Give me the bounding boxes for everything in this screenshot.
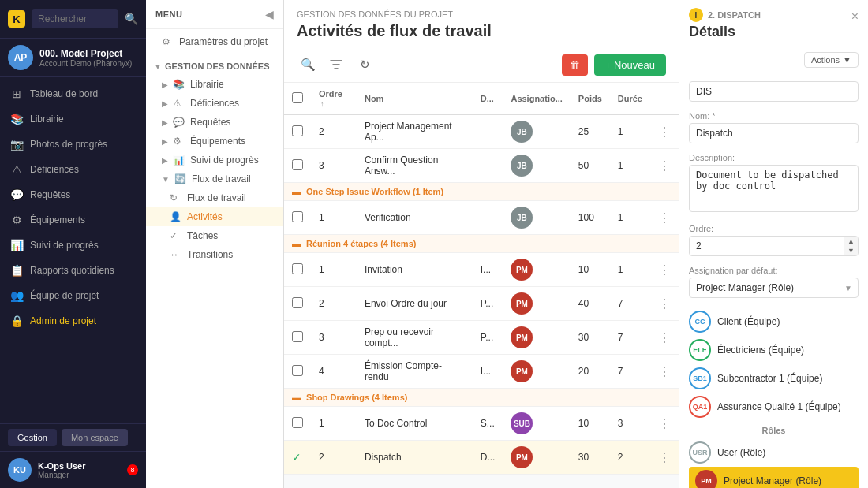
menu-item-requetes[interactable]: ▶ 💬 Requêtes bbox=[146, 113, 283, 132]
notification-badge[interactable]: 8 bbox=[127, 464, 138, 475]
menu-item-deficiences[interactable]: ▶ ⚠ Déficiences bbox=[146, 94, 283, 113]
sidebar-item-librairie[interactable]: 📚 Librairie bbox=[0, 106, 146, 132]
warning-icon: ⚠ bbox=[173, 98, 185, 109]
chevron-right-icon: ▶ bbox=[162, 118, 168, 127]
refresh-button[interactable]: ↻ bbox=[354, 54, 376, 76]
row-checkbox[interactable] bbox=[292, 263, 303, 274]
refresh-icon: ↻ bbox=[170, 192, 182, 203]
row-assignment: JB bbox=[503, 115, 570, 149]
project-name: 000. Model Project bbox=[39, 48, 138, 59]
menu-item-transitions[interactable]: ↔ Transitions bbox=[146, 245, 283, 264]
row-poids: 30 bbox=[571, 321, 610, 355]
sidebar-item-label: Requêtes bbox=[30, 189, 70, 200]
row-ordre: 2 bbox=[311, 287, 357, 321]
avatar: AP bbox=[8, 45, 33, 70]
sidebar-item-equipements[interactable]: ⚙ Équipements bbox=[0, 207, 146, 233]
nom-input[interactable] bbox=[689, 123, 859, 143]
sidebar-item-suivi[interactable]: 📊 Suivi de progrès bbox=[0, 233, 146, 258]
menu-item-label: Équipements bbox=[190, 136, 245, 147]
row-checkbox[interactable] bbox=[292, 365, 303, 376]
row-ordre: 1 bbox=[311, 407, 357, 441]
menu-section-header-gestion[interactable]: ▼ GESTION DES DONNÉES bbox=[146, 58, 283, 75]
chevron-right-icon: ▶ bbox=[162, 80, 168, 89]
col-nom[interactable]: Nom bbox=[357, 83, 473, 115]
filter-button[interactable] bbox=[325, 54, 347, 76]
sidebar-item-equipe[interactable]: 👥 Équipe de projet bbox=[0, 283, 146, 308]
menu-item-label: Flux de travail bbox=[192, 173, 251, 184]
row-more-button[interactable]: ⋮ bbox=[658, 211, 671, 225]
row-ordre: 1 bbox=[311, 253, 357, 287]
role-badge-cc: CC bbox=[689, 311, 711, 333]
description-textarea[interactable]: Document to be dispatched by doc control bbox=[689, 165, 859, 212]
actions-button[interactable]: Actions ▼ bbox=[804, 52, 859, 68]
row-more-button[interactable]: ⋮ bbox=[658, 125, 671, 139]
menu-item-label: Transitions bbox=[187, 249, 233, 260]
role-label-qa1: Assurance Qualité 1 (Équipe) bbox=[717, 401, 841, 412]
menu-item-flux[interactable]: ▼ 🔄 Flux de travail bbox=[146, 169, 283, 188]
col-d[interactable]: D... bbox=[473, 83, 503, 115]
sidebar-user-project[interactable]: AP 000. Model Project Account Demo (Phar… bbox=[0, 39, 146, 77]
row-checkbox[interactable] bbox=[292, 211, 303, 222]
table-row[interactable]: ✓ 2 Dispatch D... PM 30 2 ⋮ bbox=[284, 441, 679, 475]
row-duree: 7 bbox=[610, 287, 650, 321]
menu-item-suivi[interactable]: ▶ 📊 Suivi de progrès bbox=[146, 151, 283, 169]
report-icon: 📋 bbox=[9, 263, 24, 278]
sidebar-item-photos[interactable]: 📷 Photos de progrès bbox=[0, 132, 146, 157]
role-item-pm[interactable]: PM Project Manager (Rôle) bbox=[689, 467, 859, 488]
sidebar-nav: ⊞ Tableau de bord 📚 Librairie 📷 Photos d… bbox=[0, 77, 146, 423]
role-item-sb1: SB1 Subcontractor 1 (Équipe) bbox=[689, 364, 859, 393]
col-poids[interactable]: Poids bbox=[571, 83, 610, 115]
chart-icon: 📊 bbox=[9, 238, 24, 252]
team-icon: 👥 bbox=[9, 289, 24, 303]
row-more-button[interactable]: ⋮ bbox=[658, 159, 671, 173]
sidebar-item-label: Équipe de projet bbox=[30, 290, 99, 301]
menu-item-equipements[interactable]: ▶ ⚙ Équipements bbox=[146, 132, 283, 151]
row-more-button[interactable]: ⋮ bbox=[658, 451, 671, 464]
ordre-down-arrow[interactable]: ▼ bbox=[844, 246, 858, 255]
menu-item-activites[interactable]: 👤 Activités bbox=[146, 207, 283, 226]
sidebar-item-rapports[interactable]: 📋 Rapports quotidiens bbox=[0, 258, 146, 283]
row-more-button[interactable]: ⋮ bbox=[658, 297, 671, 311]
sidebar-header: K 🔍 bbox=[0, 0, 146, 39]
ordre-up-arrow[interactable]: ▲ bbox=[844, 237, 858, 246]
row-more-button[interactable]: ⋮ bbox=[658, 365, 671, 378]
search-input[interactable] bbox=[32, 9, 118, 28]
search-button[interactable]: 🔍 bbox=[297, 54, 319, 76]
row-more-button[interactable]: ⋮ bbox=[658, 331, 671, 345]
assignation-select[interactable]: Project Manager (Rôle) bbox=[689, 278, 859, 298]
new-button[interactable]: + Nouveau bbox=[594, 54, 666, 76]
row-checkbox[interactable] bbox=[292, 297, 303, 308]
menu-item-taches[interactable]: ✓ Tâches bbox=[146, 226, 283, 245]
delete-button[interactable]: 🗑 bbox=[562, 54, 588, 76]
sidebar-item-tableau-de-bord[interactable]: ⊞ Tableau de bord bbox=[0, 81, 146, 106]
workflow-icon: 🔄 bbox=[174, 173, 187, 184]
row-more-button[interactable]: ⋮ bbox=[658, 263, 671, 277]
row-checkbox[interactable] bbox=[292, 331, 303, 342]
col-duree[interactable]: Durée bbox=[610, 83, 650, 115]
chat-icon: 💬 bbox=[9, 188, 24, 202]
menu-close-button[interactable]: ◀ bbox=[265, 8, 274, 20]
search-icon: 🔍 bbox=[125, 13, 138, 25]
gestion-tab[interactable]: Gestion bbox=[8, 429, 57, 446]
row-checkbox[interactable] bbox=[292, 159, 303, 170]
sidebar-item-deficiences[interactable]: ⚠ Déficiences bbox=[0, 157, 146, 182]
sidebar-item-admin[interactable]: 🔒 Admin de projet bbox=[0, 308, 146, 333]
mon-espace-tab[interactable]: Mon espace bbox=[62, 429, 128, 446]
row-nom: Verification bbox=[357, 201, 473, 235]
menu-item-label: Librairie bbox=[190, 79, 224, 90]
menu-item-parametres[interactable]: ⚙ Paramètres du projet bbox=[146, 32, 283, 51]
col-ordre[interactable]: Ordre ↑ bbox=[311, 83, 357, 115]
sidebar-item-requetes[interactable]: 💬 Requêtes bbox=[0, 182, 146, 207]
col-assignation[interactable]: Assignatio... bbox=[503, 83, 570, 115]
row-more-button[interactable]: ⋮ bbox=[658, 417, 671, 430]
ordre-input[interactable] bbox=[690, 237, 844, 255]
code-input[interactable] bbox=[689, 81, 859, 102]
row-checkbox[interactable] bbox=[292, 417, 303, 428]
section-label: Shop Drawings (4 Items) bbox=[306, 393, 407, 402]
select-all-checkbox[interactable] bbox=[292, 92, 303, 103]
sidebar-item-label: Admin de projet bbox=[30, 315, 96, 326]
row-checkbox[interactable] bbox=[292, 125, 303, 136]
menu-item-flux-travail[interactable]: ↻ Flux de travail bbox=[146, 188, 283, 207]
close-button[interactable]: × bbox=[851, 9, 859, 24]
menu-item-librairie[interactable]: ▶ 📚 Librairie bbox=[146, 75, 283, 94]
